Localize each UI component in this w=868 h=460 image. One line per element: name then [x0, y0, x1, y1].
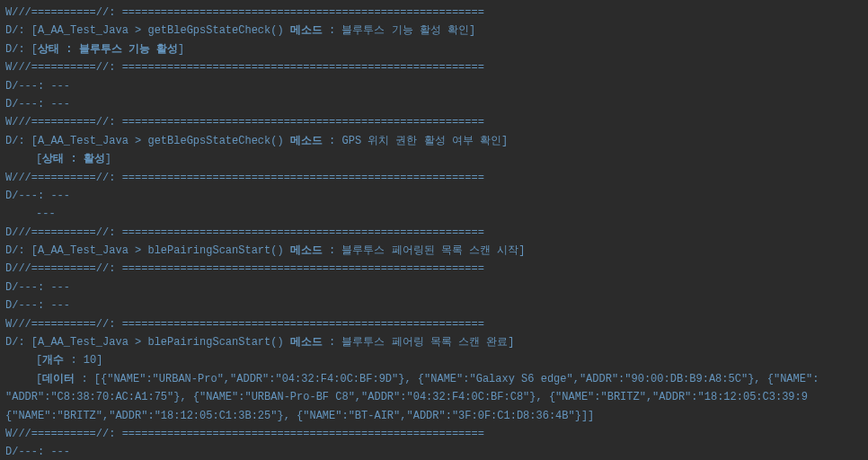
log-span: ---	[50, 98, 70, 111]
log-span: ---	[50, 446, 70, 458]
log-span: A_AA_Test_Java > getBleGpsStateCheck()	[38, 135, 290, 147]
log-span: ========================================…	[122, 61, 484, 74]
log-span: D/---:	[5, 80, 50, 93]
log-line: [상태 : 활성]	[5, 150, 863, 168]
log-line: D/---: ---	[5, 187, 863, 205]
log-span: ========================================…	[122, 116, 484, 128]
log-span: 메소드	[290, 244, 323, 257]
log-line: D/---: ---	[5, 95, 863, 113]
log-line: D/: [A_AA_Test_Java > getBleGpsStateChec…	[5, 132, 863, 150]
log-span: 메소드	[290, 24, 323, 37]
log-span: W///==========//:	[5, 428, 122, 440]
log-span: D/:	[5, 43, 31, 56]
log-span: : 10	[64, 354, 96, 367]
log-span: D///==========//:	[5, 262, 122, 275]
log-span: ]	[501, 135, 508, 147]
log-span: D///==========//:	[5, 226, 122, 239]
log-span: {"NAME":"BRITZ","ADDR":"18:12:05:C1:3B:2…	[5, 410, 588, 422]
log-span: 메소드	[290, 336, 323, 349]
log-span: ]	[96, 354, 102, 367]
log-span: W///==========//:	[5, 116, 122, 128]
log-span: ]	[469, 24, 475, 37]
log-span: ]	[518, 244, 525, 257]
log-span: ---	[50, 80, 70, 93]
log-span: ]	[508, 336, 514, 349]
log-line: W///==========//: ======================…	[5, 58, 863, 76]
log-line: ---	[5, 205, 863, 223]
log-span: D/---:	[5, 190, 50, 202]
log-line: D/: [상태 : 블루투스 기능 활성]	[5, 40, 863, 58]
log-span: 상태 : 블루투스 기능 활성	[38, 43, 178, 56]
log-span: ========================================…	[122, 428, 484, 440]
log-span: [	[31, 244, 38, 257]
log-line: W///==========//: ======================…	[5, 169, 863, 187]
log-span: ]	[105, 153, 111, 165]
log-span: : 블루투스 기능 활성 확인	[323, 24, 469, 37]
logcat-output[interactable]: W///==========//: ======================…	[0, 0, 868, 460]
log-span: ========================================…	[122, 172, 484, 184]
log-span: D/:	[5, 135, 31, 147]
log-span: ---	[50, 190, 70, 202]
log-line: W///==========//: ======================…	[5, 315, 863, 333]
log-span: [	[31, 336, 38, 349]
log-span: ---	[36, 208, 56, 220]
log-span: ========================================…	[122, 318, 484, 331]
log-span: 메소드	[290, 135, 323, 147]
log-span: W///==========//:	[5, 318, 122, 331]
log-span: W///==========//:	[5, 172, 122, 184]
log-span: [	[31, 135, 38, 147]
log-span: ]	[178, 43, 184, 56]
log-line: [개수 : 10]	[5, 351, 863, 369]
log-span: A_AA_Test_Java > blePairingScanStart()	[38, 336, 290, 349]
log-span: A_AA_Test_Java > getBleGpsStateCheck()	[38, 24, 290, 37]
log-span: D/:	[5, 244, 31, 257]
log-line: W///==========//: ======================…	[5, 425, 863, 443]
log-span: D/---:	[5, 299, 50, 312]
log-span: 데이터	[42, 373, 75, 385]
log-span: ---	[50, 299, 70, 312]
log-span: 개수	[42, 354, 64, 367]
log-span: A_AA_Test_Java > blePairingScanStart()	[38, 244, 290, 257]
log-span: ========================================…	[122, 262, 484, 275]
log-span: [	[31, 24, 38, 37]
log-span: D/:	[5, 24, 31, 37]
log-span: D/---:	[5, 98, 50, 111]
log-line: D/---: ---	[5, 443, 863, 460]
log-line: [데이터 : [{"NAME":"URBAN-Pro","ADDR":"04:3…	[5, 370, 863, 388]
log-span: 상태 : 활성	[42, 153, 105, 165]
log-span: W///==========//:	[5, 6, 122, 19]
log-line: W///==========//: ======================…	[5, 4, 863, 22]
log-span: ]	[588, 410, 594, 422]
log-span: : GPS 위치 권한 활성 여부 확인	[323, 135, 501, 147]
log-line: "ADDR":"C8:38:70:AC:A1:75"}, {"NAME":"UR…	[5, 388, 863, 406]
log-span: [	[31, 43, 38, 56]
log-line: D/---: ---	[5, 77, 863, 95]
log-span: ---	[50, 281, 70, 294]
log-line: {"NAME":"BRITZ","ADDR":"18:12:05:C1:3B:2…	[5, 407, 863, 425]
log-span: ========================================…	[122, 226, 484, 239]
log-line: D/---: ---	[5, 279, 863, 296]
log-span: D/---:	[5, 446, 50, 458]
log-span: D/:	[5, 336, 31, 349]
log-span: : 블루투스 페어링 목록 스캔 완료	[323, 336, 508, 349]
log-span: : 블루투스 페어링된 목록 스캔 시작	[323, 244, 518, 257]
log-line: D/: [A_AA_Test_Java > blePairingScanStar…	[5, 242, 863, 260]
log-line: D///==========//: ======================…	[5, 224, 863, 242]
log-span: W///==========//:	[5, 61, 122, 74]
log-line: D/: [A_AA_Test_Java > getBleGpsStateChec…	[5, 22, 863, 40]
log-span: ========================================…	[122, 6, 484, 19]
log-line: W///==========//: ======================…	[5, 113, 863, 131]
log-line: D/---: ---	[5, 296, 863, 314]
log-line: D///==========//: ======================…	[5, 260, 863, 278]
log-span: : [{"NAME":"URBAN-Pro","ADDR":"04:32:F4:…	[75, 373, 819, 385]
log-span: "ADDR":"C8:38:70:AC:A1:75"}, {"NAME":"UR…	[5, 391, 808, 403]
log-line: D/: [A_AA_Test_Java > blePairingScanStar…	[5, 333, 863, 351]
log-span: D/---:	[5, 281, 50, 294]
